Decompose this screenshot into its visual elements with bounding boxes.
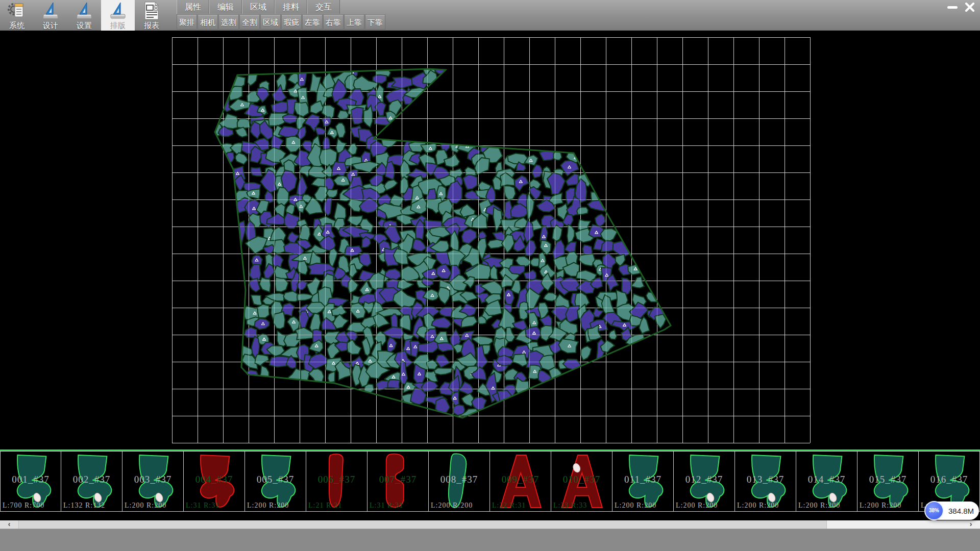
piece-counts: L:21 R:21 [308, 502, 369, 510]
toolbar-button-3[interactable]: 设置 [67, 0, 101, 31]
menu-tab-1[interactable]: 属性 [177, 0, 209, 14]
piece-thumbnail-5[interactable]: 005_#37L:200 R:200 [245, 451, 306, 512]
report-icon [141, 1, 162, 20]
piece-name: 009_#37 [490, 474, 551, 485]
ruler-icon [40, 1, 61, 20]
piece-counts: L:200 R:200 [125, 502, 185, 510]
piece-name: 001_#37 [1, 474, 61, 485]
app-window: 系统设计设置排版报表 属性编辑区域排料交互 聚排相机选割全割区域瑕疵左靠右靠上靠… [0, 0, 980, 551]
piece-counts: L:31 R:31 [186, 502, 247, 510]
piece-thumbnail-3[interactable]: 003_#37L:200 R:200 [122, 451, 184, 512]
action-button-7[interactable]: 左靠 [302, 14, 323, 30]
action-button-5[interactable]: 区域 [260, 14, 281, 30]
piece-thumbnail-4[interactable]: 004_#37L:31 R:31 [184, 451, 245, 512]
piece-name: 004_#37 [184, 474, 244, 485]
progress-circle: 38% [924, 501, 944, 520]
piece-counts: L:200 R:200 [615, 502, 675, 510]
ruler-icon [74, 1, 94, 20]
main-toolbar: 系统设计设置排版报表 [0, 0, 168, 31]
toolbar-button-label: 排版 [110, 21, 126, 31]
action-button-1[interactable]: 聚排 [177, 14, 197, 30]
close-icon [965, 3, 975, 12]
piece-name: 015_#37 [857, 474, 918, 485]
canvas-area [0, 31, 980, 449]
ruler-icon [108, 1, 128, 20]
action-toolbar: 聚排相机选割全割区域瑕疵左靠右靠上靠下靠 [177, 14, 386, 30]
action-button-10[interactable]: 下靠 [365, 14, 385, 30]
piece-name: 011_#37 [612, 474, 673, 485]
memory-label: 384.8M [948, 507, 974, 515]
horizontal-scrollbar[interactable]: ‹ › [0, 520, 980, 529]
scroll-right-button[interactable]: › [962, 520, 980, 529]
piece-thumbnail-6[interactable]: 006_#37L:21 R:21 [306, 451, 368, 512]
action-button-4[interactable]: 全割 [239, 14, 260, 30]
piece-name: 007_#37 [368, 474, 428, 485]
piece-name: 003_#37 [122, 474, 183, 485]
titlebar: 系统设计设置排版报表 属性编辑区域排料交互 聚排相机选割全割区域瑕疵左靠右靠上靠… [0, 0, 980, 31]
action-button-2[interactable]: 相机 [198, 14, 218, 30]
piece-counts: L:200 R:200 [860, 502, 920, 510]
piece-counts: L:200 R:200 [798, 502, 859, 510]
toolbar-button-label: 系统 [9, 21, 24, 31]
menu-tab-5[interactable]: 交互 [307, 0, 340, 14]
piece-thumbnail-11[interactable]: 011_#37L:200 R:200 [612, 451, 674, 512]
piece-counts: L:200 R:200 [247, 502, 308, 510]
piece-counts: L:31 R:31 [370, 502, 430, 510]
piece-counts: L:32 R:31 [492, 502, 553, 510]
toolbar-button-1[interactable]: 系统 [0, 0, 34, 31]
piece-thumbnail-1[interactable]: 001_#37L:700 R:700 [0, 451, 61, 512]
menu-tabs: 属性编辑区域排料交互 [177, 0, 340, 14]
scroll-left-button[interactable]: ‹ [0, 520, 18, 529]
piece-thumbnail-2[interactable]: 002_#37L:132 R:132 [61, 451, 122, 512]
piece-name: 016_#37 [919, 474, 979, 485]
piece-counts: L:700 R:700 [3, 502, 63, 510]
piece-thumbnail-15[interactable]: 015_#37L:200 R:200 [857, 451, 919, 512]
piece-thumbnail-14[interactable]: 014_#37L:200 R:200 [796, 451, 857, 512]
menu-tab-4[interactable]: 排料 [275, 0, 307, 14]
toolbar-button-label: 设置 [77, 21, 92, 31]
menu-tab-2[interactable]: 编辑 [209, 0, 242, 14]
action-button-6[interactable]: 瑕疵 [281, 14, 302, 30]
piece-strip: 001_#37L:700 R:700002_#37L:132 R:132003_… [0, 451, 980, 512]
piece-thumbnail-8[interactable]: 008_#37L:200 R:200 [429, 451, 490, 512]
piece-counts: L:132 R:132 [63, 502, 124, 510]
piece-name: 002_#37 [61, 474, 122, 485]
piece-thumbnail-10[interactable]: 010_#37L:33 R:33 [551, 451, 612, 512]
menu-tab-3[interactable]: 区域 [242, 0, 275, 14]
window-controls [945, 2, 977, 12]
system-icon [7, 1, 27, 20]
progress-percent: 38% [929, 508, 939, 513]
piece-counts: L:200 R:200 [737, 502, 798, 510]
piece-thumbnail-9[interactable]: 009_#37L:32 R:31 [490, 451, 551, 512]
action-button-3[interactable]: 选割 [218, 14, 239, 30]
status-bar [0, 529, 980, 551]
piece-name: 014_#37 [796, 474, 857, 485]
toolbar-button-label: 设计 [43, 21, 58, 31]
minimize-icon [947, 3, 958, 11]
nesting-canvas[interactable] [0, 31, 980, 449]
piece-counts: L:200 R:200 [676, 502, 737, 510]
action-button-8[interactable]: 右靠 [323, 14, 344, 30]
piece-name: 005_#37 [245, 474, 306, 485]
piece-name: 010_#37 [551, 474, 612, 485]
piece-name: 013_#37 [735, 474, 796, 485]
scrollbar-thumb[interactable] [18, 520, 827, 529]
close-button[interactable] [963, 2, 977, 12]
minimize-button[interactable] [945, 2, 960, 12]
piece-name: 012_#37 [674, 474, 734, 485]
toolbar-button-4[interactable]: 排版 [101, 0, 135, 31]
toolbar-button-label: 报表 [144, 21, 159, 31]
piece-thumbnail-13[interactable]: 013_#37L:200 R:200 [735, 451, 796, 512]
piece-name: 008_#37 [429, 474, 489, 485]
toolbar-button-2[interactable]: 设计 [34, 0, 67, 31]
toolbar-button-5[interactable]: 报表 [135, 0, 168, 31]
piece-thumbnail-7[interactable]: 007_#37L:31 R:31 [368, 451, 429, 512]
piece-name: 006_#37 [306, 474, 367, 485]
progress-badge[interactable]: 38% 384.8M [925, 502, 979, 520]
piece-counts: L:33 R:33 [553, 502, 614, 510]
piece-thumbnail-12[interactable]: 012_#37L:200 R:200 [674, 451, 735, 512]
piece-counts: L:200 R:200 [431, 502, 492, 510]
action-button-9[interactable]: 上靠 [344, 14, 364, 30]
